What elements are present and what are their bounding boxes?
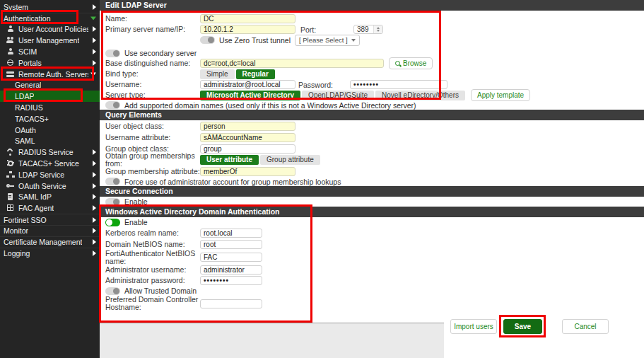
sidebar-item-radius[interactable]: RADIUS — [0, 102, 100, 113]
kerberos-label: Kerberos realm name: — [105, 229, 200, 237]
sidebar-item-label: SAML IdP — [18, 192, 52, 201]
chevron-right-icon — [93, 183, 96, 189]
chevron-right-icon — [93, 217, 96, 223]
form-row-secondary-server: Use secondary server — [100, 48, 644, 58]
server-type-novell-button[interactable]: Novell eDirectory/Others — [375, 91, 465, 100]
name-input[interactable] — [200, 14, 295, 23]
zero-trust-select[interactable]: [ Please Select ] — [295, 35, 360, 46]
search-icon — [395, 61, 400, 66]
chevron-down-icon — [351, 39, 356, 44]
chevron-right-icon — [93, 60, 96, 66]
form-row-trusted-domain: Allow Trusted Domain — [100, 286, 644, 296]
chevron-down-icon — [90, 17, 96, 21]
form-row-credentials: Username: Password: — [100, 79, 644, 90]
sidebar-item-fac-agent[interactable]: FAC Agent — [0, 202, 100, 214]
trusted-domain-label: Allow Trusted Domain — [124, 287, 197, 295]
kerberos-input[interactable] — [200, 229, 262, 238]
form-row-memberships: Obtain group memberships from: User attr… — [100, 154, 644, 166]
group-membership-attribute-input[interactable] — [200, 167, 295, 176]
sidebar-item-user-account-policies[interactable]: User Account Policies — [0, 24, 100, 35]
sidebar-item-ldap[interactable]: LDAP — [0, 91, 100, 102]
sidebar-item-label: OAuth Service — [18, 182, 66, 190]
form-row-admin-password: Administrator password: — [100, 275, 644, 286]
sidebar-item-saml-idp[interactable]: SAML IdP — [0, 192, 100, 203]
sidebar-item-label: RADIUS — [15, 103, 43, 112]
stepper-arrows-icon[interactable] — [373, 25, 382, 33]
add-domains-toggle[interactable] — [105, 101, 120, 109]
cancel-button[interactable]: Cancel — [562, 319, 609, 334]
chevron-right-icon — [93, 205, 96, 211]
bind-regular-button[interactable]: Regular — [236, 69, 275, 79]
sidebar-item-oauth-service[interactable]: OAuth Service — [0, 180, 100, 192]
sidebar-item-oauth[interactable]: OAuth — [0, 125, 100, 136]
winad-enable-label: Enable — [124, 218, 148, 226]
sidebar-item-radius-service[interactable]: RADIUS Service — [0, 146, 100, 158]
form-row-fac-netbios: FortiAuthenticator NetBIOS name: — [100, 250, 644, 265]
import-users-button[interactable]: Import users — [450, 319, 497, 334]
bind-type-label: Bind type: — [105, 70, 200, 78]
sidebar-item-fortinet-sso[interactable]: Fortinet SSO — [0, 214, 100, 225]
save-button[interactable]: Save — [503, 319, 542, 334]
chevron-right-icon — [93, 149, 96, 155]
port-label: Port: — [300, 25, 353, 34]
username-attribute-input[interactable] — [200, 133, 295, 142]
browse-button[interactable]: Browse — [389, 57, 433, 69]
sidebar-item-portals[interactable]: Portals — [0, 57, 100, 69]
server-type-segment: Microsoft Active Directory OpenLDAP/GSui… — [200, 91, 465, 100]
sidebar-item-label: Remote Auth. Servers — [18, 70, 88, 79]
password-input[interactable] — [350, 80, 447, 89]
sidebar-item-authentication[interactable]: Authentication — [0, 13, 100, 24]
server-type-openldap-button[interactable]: OpenLDAP/GSuite — [302, 91, 374, 100]
force-admin-toggle[interactable] — [105, 178, 120, 185]
preferred-dc-input[interactable] — [200, 299, 262, 308]
memberships-user-attribute-button[interactable]: User attribute — [200, 155, 259, 165]
winad-enable-toggle[interactable] — [105, 219, 120, 226]
apply-template-button[interactable]: Apply template — [471, 89, 530, 101]
server-type-msad-button[interactable]: Microsoft Active Directory — [200, 91, 300, 100]
sidebar-item-user-management[interactable]: User Management — [0, 35, 100, 46]
sidebar-item-certificate-management[interactable]: Certificate Management — [0, 236, 100, 248]
sidebar-item-system[interactable]: System — [0, 1, 100, 13]
domain-netbios-input[interactable] — [200, 240, 262, 249]
fac-netbios-input[interactable] — [200, 253, 262, 262]
chevron-right-icon — [93, 172, 96, 178]
ldap-tree-icon — [6, 171, 15, 178]
user-object-class-input[interactable] — [200, 122, 295, 131]
secondary-server-toggle[interactable] — [105, 50, 120, 57]
page-title: Edit LDAP Server — [100, 0, 644, 11]
bind-simple-button[interactable]: Simple — [200, 69, 235, 79]
winad-header: Windows Active Directory Domain Authenti… — [100, 207, 644, 217]
secondary-server-label: Use secondary server — [124, 49, 197, 57]
form-row-zero-trust: Use Zero Trust tunnel [ Please Select ] — [100, 35, 644, 45]
sidebar-item-label: RADIUS Service — [18, 148, 74, 156]
sidebar-item-ldap-service[interactable]: LDAP Service — [0, 169, 100, 180]
sidebar-item-scim[interactable]: SCIM — [0, 46, 100, 57]
sidebar-item-logging[interactable]: Logging — [0, 248, 100, 259]
form-row-server-type: Server type: Microsoft Active Directory … — [100, 90, 644, 100]
agent-window-icon — [6, 204, 15, 212]
trusted-domain-toggle[interactable] — [105, 287, 120, 295]
sidebar-item-tacacs-service[interactable]: TACACS+ Service — [0, 158, 100, 169]
sidebar-item-monitor[interactable]: Monitor — [0, 225, 100, 236]
gear-icon — [6, 160, 15, 167]
sidebar-item-tacacs[interactable]: TACACS+ — [0, 113, 100, 125]
chevron-right-icon — [93, 49, 96, 54]
sidebar-item-general[interactable]: General — [0, 80, 100, 91]
form-row-preferred-dc: Preferred Domain Controller Hostname: — [100, 296, 644, 311]
force-admin-label: Force use of administrator account for g… — [124, 178, 341, 186]
sidebar-item-remote-auth-servers[interactable]: Remote Auth. Servers — [0, 69, 100, 80]
memberships-group-attribute-button[interactable]: Group attribute — [260, 155, 320, 165]
username-input[interactable] — [200, 80, 295, 89]
form-row-user-object-class: User object class: — [100, 120, 644, 132]
servers-icon — [6, 71, 15, 78]
port-stepper[interactable]: 389 — [353, 25, 383, 34]
base-dn-input[interactable] — [200, 59, 384, 68]
sidebar-item-saml[interactable]: SAML — [0, 136, 100, 147]
primary-server-input[interactable] — [200, 25, 295, 34]
group-object-class-input[interactable] — [200, 144, 295, 154]
admin-username-input[interactable] — [200, 265, 262, 275]
admin-username-label: Administrator username: — [105, 266, 200, 274]
secure-enable-toggle[interactable] — [105, 198, 120, 206]
admin-password-input[interactable] — [200, 276, 262, 285]
zero-trust-toggle[interactable] — [200, 36, 215, 44]
